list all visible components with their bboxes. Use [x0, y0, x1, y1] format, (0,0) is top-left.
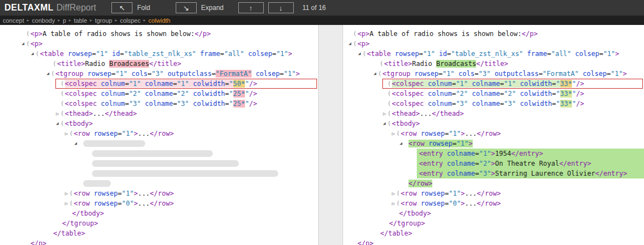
code-line: </p> — [0, 238, 318, 245]
code-line: (<colspec colnum="2" colname="2" colwidt… — [343, 89, 644, 99]
code-line: </tgroup> — [0, 218, 318, 228]
breadcrumb-item-concept[interactable]: concept — [3, 17, 24, 24]
code-text: <row rowsep="0">...</row> — [74, 198, 174, 208]
code-text: <p>A table of radio shows is shown below… — [30, 29, 211, 39]
fold-region-marker: ( — [53, 59, 57, 69]
code-line: ▷(<row rowsep="1">...</row> — [343, 188, 644, 198]
fold-region-marker: ( — [396, 129, 400, 139]
code-text: <row rowsep="1">...</row> — [74, 129, 174, 139]
code-line — [0, 159, 318, 169]
code-line: (<colspec colnum="1" colname="1" colwidt… — [343, 79, 644, 89]
code-text: <colspec colnum="3" colname="3" colwidth… — [65, 99, 257, 109]
hidden-content-placeholder — [83, 180, 111, 187]
breadcrumb-item-tgroup[interactable]: tgroup — [95, 17, 112, 24]
code-line: ▷(<row rowsep="0">...</row> — [0, 198, 318, 208]
fold-region-marker: ( — [396, 198, 400, 208]
code-line: (<colspec colnum="2" colname="2" colwidt… — [0, 89, 318, 99]
code-text: </tbody> — [399, 208, 431, 218]
fold-button[interactable]: ↖ — [111, 2, 132, 13]
hidden-content-placeholder — [92, 160, 239, 167]
code-line: ◢(<table rowsep="1" id="table_zst_nlk_xs… — [343, 49, 644, 59]
pane-divider — [318, 25, 343, 245]
code-text: </p> — [30, 238, 47, 245]
code-text — [83, 178, 111, 188]
code-line: </p> — [343, 238, 644, 245]
code-line: ◢(<table rowsep="1" id="table_zst_nlk_xs… — [0, 49, 318, 59]
expand-button[interactable]: ↘ — [176, 2, 197, 13]
previous-diff-button[interactable]: ↑ — [238, 2, 264, 13]
code-text: <tbody> — [65, 119, 93, 129]
next-diff-button[interactable]: ↓ — [268, 2, 294, 13]
code-line: (<colspec colnum="1" colname="1" colwidt… — [0, 79, 318, 89]
fold-region-marker: ( — [387, 99, 391, 109]
code-text: <entry colname="3">Starring Laurence Oli… — [419, 169, 627, 178]
code-text: <row rowsep="0">...</row> — [401, 198, 501, 208]
code-line: (<p>A table of radio shows is shown belo… — [0, 29, 318, 39]
breadcrumb-separator-icon: ▸ — [90, 18, 92, 23]
diff-pane-left[interactable]: (<p>A table of radio shows is shown belo… — [0, 25, 318, 245]
code-text: <p>A table of radio shows is shown below… — [357, 29, 538, 39]
code-line: </row> — [343, 178, 644, 188]
brand-name: DELTAXML — [4, 3, 54, 13]
code-text: </table> — [53, 228, 85, 238]
breadcrumb-item-p[interactable]: p — [63, 17, 66, 24]
diff-pane-left-content: (<p>A table of radio shows is shown belo… — [0, 25, 318, 245]
code-text: <tgroup rowsep="1" cols="3" outputclass=… — [382, 69, 627, 79]
code-text: </row> — [408, 178, 432, 188]
fold-region-marker: ( — [60, 79, 64, 89]
breadcrumb: concept▸conbody▸p▸table▸tgroup▸colspec▸c… — [0, 16, 644, 25]
diff-pane-right[interactable]: (<p>A table of radio shows is shown belo… — [343, 25, 644, 245]
fold-region-marker: ( — [35, 49, 39, 59]
breadcrumb-separator-icon: ▸ — [144, 18, 146, 23]
code-text: <entry colname="2">On Theatre Royal</ent… — [419, 159, 591, 169]
code-text: <title>Radio Broadcases</title> — [57, 59, 181, 69]
code-text: <p> — [30, 39, 43, 49]
fold-region-marker: ( — [387, 89, 391, 99]
collapse-toggle-icon[interactable]: ◢ — [400, 139, 407, 149]
arrow-up-icon: ↑ — [249, 4, 253, 12]
code-text: <row rowsep="1">...</row> — [401, 188, 501, 198]
breadcrumb-item-colspec[interactable]: colspec — [120, 17, 140, 24]
code-line — [0, 149, 318, 159]
breadcrumb-item-table[interactable]: table — [74, 17, 87, 24]
code-line — [0, 178, 318, 188]
code-text: <tgroup rowsep="1" cols="3" outputclass=… — [55, 69, 300, 79]
arrow-down-icon: ↓ — [279, 4, 283, 12]
collapse-toggle-icon[interactable]: ◢ — [74, 139, 82, 149]
code-text: <colspec colnum="1" colname="1" colwidth… — [65, 79, 257, 89]
fold-region-marker: ( — [51, 69, 55, 79]
code-text: </p> — [357, 238, 374, 245]
fold-region-marker: ( — [60, 99, 64, 109]
toolbar: DELTAXML DiffReport ↖ Fold ↘ Expand ↑ ↓ … — [0, 0, 644, 16]
code-line: ◢(<p> — [0, 39, 318, 49]
code-text: <thead>...</thead> — [392, 109, 464, 119]
fold-region-marker: ( — [387, 119, 391, 129]
code-line: ◢(<tbody> — [343, 119, 644, 129]
code-text: <table rowsep="1" id="table_zst_nlk_xs" … — [367, 49, 619, 59]
breadcrumb-separator-icon: ▸ — [58, 18, 60, 23]
expand-arrow-icon: ↘ — [183, 4, 189, 12]
code-line: (<p>A table of radio shows is shown belo… — [343, 29, 644, 39]
code-text: <entry colname="1">1954</entry> — [419, 149, 543, 159]
code-line: (<title>Radio Broadcases</title> — [0, 59, 318, 69]
fold-region-marker: ( — [380, 59, 384, 69]
fold-region-marker: ( — [60, 109, 64, 119]
fold-region-marker: ( — [69, 129, 73, 139]
breadcrumb-separator-icon: ▸ — [69, 18, 71, 23]
breadcrumb-separator-icon: ▸ — [27, 18, 29, 23]
code-text: <colspec colnum="2" colname="2" colwidth… — [65, 89, 257, 99]
code-line: </table> — [0, 228, 318, 238]
code-text: <p> — [357, 39, 370, 49]
fold-region-marker: ( — [26, 29, 30, 39]
code-text: <colspec colnum="3" colname="3" colwidth… — [392, 99, 584, 109]
code-text: <thead>...</thead> — [65, 109, 137, 119]
fold-region-marker: ( — [60, 89, 64, 99]
breadcrumb-item-colwidth[interactable]: colwidth — [149, 17, 171, 24]
code-line: (<colspec colnum="3" colname="3" colwidt… — [343, 99, 644, 109]
breadcrumb-item-conbody[interactable]: conbody — [32, 17, 55, 24]
code-line: </tgroup> — [343, 218, 644, 228]
code-line: (<colspec colnum="3" colname="3" colwidt… — [0, 99, 318, 109]
code-line: ▷(<row rowsep="1">...</row> — [0, 129, 318, 139]
code-line: <entry colname="3">Starring Laurence Oli… — [343, 169, 644, 178]
fold-region-marker: ( — [362, 49, 366, 59]
